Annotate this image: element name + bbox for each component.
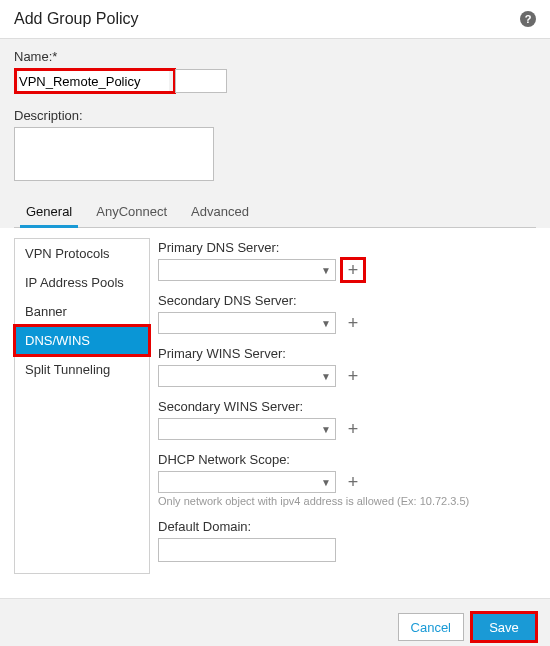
row-secondary-dns: Secondary DNS Server: ▼ + <box>158 293 536 334</box>
description-input[interactable] <box>14 127 214 181</box>
name-highlight <box>14 68 176 94</box>
name-label: Name:* <box>14 49 536 64</box>
row-default-domain: Default Domain: <box>158 519 536 562</box>
row-secondary-wins: Secondary WINS Server: ▼ + <box>158 399 536 440</box>
chevron-down-icon: ▼ <box>321 265 331 276</box>
secondary-wins-add-button[interactable]: + <box>342 418 364 440</box>
dialog-title: Add Group Policy <box>14 10 139 28</box>
save-button[interactable]: Save <box>472 613 536 641</box>
chevron-down-icon: ▼ <box>321 477 331 488</box>
chevron-down-icon: ▼ <box>321 424 331 435</box>
dialog-header: Add Group Policy ? <box>0 0 550 39</box>
tabs: General AnyConnect Advanced <box>14 198 536 228</box>
secondary-wins-select[interactable]: ▼ <box>158 418 336 440</box>
tab-advanced[interactable]: Advanced <box>179 198 261 227</box>
plus-icon: + <box>348 366 359 387</box>
primary-wins-select[interactable]: ▼ <box>158 365 336 387</box>
dhcp-scope-select[interactable]: ▼ <box>158 471 336 493</box>
default-domain-label: Default Domain: <box>158 519 536 534</box>
chevron-down-icon: ▼ <box>321 371 331 382</box>
sidebar-item-vpn-protocols[interactable]: VPN Protocols <box>15 239 149 268</box>
primary-dns-add-button[interactable]: + <box>342 259 364 281</box>
dhcp-hint: Only network object with ipv4 address is… <box>158 495 536 507</box>
plus-icon: + <box>348 260 359 281</box>
primary-dns-label: Primary DNS Server: <box>158 240 536 255</box>
sidebar-item-split-tunneling[interactable]: Split Tunneling <box>15 355 149 384</box>
dialog-footer: Cancel Save <box>0 598 550 646</box>
add-group-policy-dialog: Add Group Policy ? Name:* Description: G… <box>0 0 550 646</box>
plus-icon: + <box>348 313 359 334</box>
form-area: Primary DNS Server: ▼ + Secondary DNS Se… <box>158 238 536 574</box>
plus-icon: + <box>348 419 359 440</box>
dhcp-scope-label: DHCP Network Scope: <box>158 452 536 467</box>
chevron-down-icon: ▼ <box>321 318 331 329</box>
tab-anyconnect[interactable]: AnyConnect <box>84 198 179 227</box>
description-label: Description: <box>14 108 536 123</box>
plus-icon: + <box>348 472 359 493</box>
upper-panel: Name:* Description: General AnyConnect A… <box>0 39 550 228</box>
row-primary-dns: Primary DNS Server: ▼ + <box>158 240 536 281</box>
cancel-button[interactable]: Cancel <box>398 613 464 641</box>
help-icon[interactable]: ? <box>520 11 536 27</box>
name-input-extra[interactable] <box>175 69 227 93</box>
tab-general[interactable]: General <box>14 198 84 227</box>
primary-wins-add-button[interactable]: + <box>342 365 364 387</box>
sidebar-item-ip-address-pools[interactable]: IP Address Pools <box>15 268 149 297</box>
sidebar-item-dns-wins[interactable]: DNS/WINS <box>15 326 149 355</box>
secondary-dns-select[interactable]: ▼ <box>158 312 336 334</box>
row-primary-wins: Primary WINS Server: ▼ + <box>158 346 536 387</box>
sidebar: VPN Protocols IP Address Pools Banner DN… <box>14 238 150 574</box>
primary-wins-label: Primary WINS Server: <box>158 346 536 361</box>
secondary-wins-label: Secondary WINS Server: <box>158 399 536 414</box>
sidebar-item-banner[interactable]: Banner <box>15 297 149 326</box>
primary-dns-select[interactable]: ▼ <box>158 259 336 281</box>
row-dhcp-scope: DHCP Network Scope: ▼ + Only network obj… <box>158 452 536 507</box>
name-input[interactable] <box>19 71 169 91</box>
body-panel: VPN Protocols IP Address Pools Banner DN… <box>0 228 550 598</box>
secondary-dns-add-button[interactable]: + <box>342 312 364 334</box>
default-domain-input[interactable] <box>158 538 336 562</box>
dhcp-scope-add-button[interactable]: + <box>342 471 364 493</box>
secondary-dns-label: Secondary DNS Server: <box>158 293 536 308</box>
